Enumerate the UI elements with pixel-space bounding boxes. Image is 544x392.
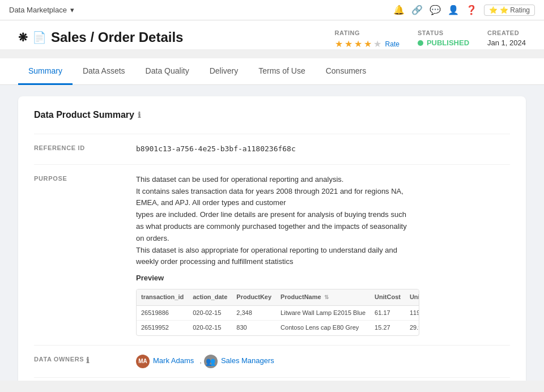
product-icon-2: 📄 [32, 31, 46, 44]
preview-label: Preview [136, 272, 510, 284]
avatar-group-sales: 👥 [204, 355, 218, 368]
star-icon: ⭐ [489, 6, 498, 14]
reference-id-label: REFERENCE ID [34, 143, 136, 155]
preview-table: transaction_id action_date ProductKey Pr… [136, 289, 419, 336]
share-icon[interactable]: 🔗 [411, 5, 423, 15]
header-meta: RATING ★ ★ ★ ★ ★ Rate STATUS PUBLISHED [335, 29, 526, 49]
reference-id-value: b8901c13-a756-4e25-b3bf-a1180236f68c [136, 143, 510, 155]
table-row: 26519886 020-02-15 2,348 Litware Wall La… [137, 305, 419, 321]
col-action-date: action_date [188, 289, 232, 305]
col-unit-cost: UnitCost [370, 289, 405, 305]
summary-card: Data Product Summary ℹ REFERENCE ID b890… [18, 96, 526, 381]
app-title-area: Data Marketplace ▾ [9, 6, 74, 14]
top-bar-actions: 🔔 🔗 💬 👤 ❓ ⭐ ⭐ Rating [393, 5, 535, 16]
purpose-text: This dataset can be used for operational… [136, 174, 510, 268]
help-icon[interactable]: ❓ [466, 5, 477, 15]
comment-icon[interactable]: 💬 [430, 5, 441, 15]
cell-action-date: 020-02-15 [188, 305, 232, 321]
star-1: ★ [335, 39, 343, 49]
tabs-bar: Summary Data Assets Data Quality Deliver… [0, 58, 544, 85]
cell-transaction-id: 26519952 [137, 321, 188, 335]
avatar-ma: MA [136, 355, 150, 368]
col-product-key: ProductKey [232, 289, 276, 305]
created-block: CREATED Jan 1, 2024 [487, 29, 526, 47]
cell-unit-cost: 15.27 [370, 321, 405, 335]
top-bar: Data Marketplace ▾ 🔔 🔗 💬 👤 ❓ ⭐ ⭐ Rating [0, 0, 544, 20]
card-title: Data Product Summary ℹ [34, 110, 510, 120]
rating-button[interactable]: ⭐ ⭐ Rating [484, 5, 535, 16]
rate-link[interactable]: Rate [385, 40, 400, 48]
cell-transaction-id: 26519886 [137, 305, 188, 321]
purpose-value: This dataset can be used for operational… [136, 174, 510, 336]
separator: , [199, 355, 202, 367]
data-owners-info-icon[interactable]: ℹ [86, 356, 90, 365]
owner-mark-adams: MA Mark Adams [136, 355, 194, 368]
main-content: Data Product Summary ℹ REFERENCE ID b890… [0, 85, 544, 381]
purpose-label: PURPOSE [34, 174, 136, 336]
user-icon[interactable]: 👤 [448, 5, 459, 15]
cell-unit-cost: 61.17 [370, 305, 405, 321]
card-info-icon[interactable]: ℹ [138, 110, 141, 120]
page-title: Sales / Order Details [51, 29, 183, 45]
data-owners-label: DATA OWNERS ℹ [34, 355, 136, 368]
header-section: ❋ 📄 Sales / Order Details RATING ★ ★ ★ ★… [0, 20, 544, 49]
cell-product-name: Contoso Lens cap E80 Grey [276, 321, 370, 335]
cell-product-name: Litware Wall Lamp E2015 Blue [276, 305, 370, 321]
tab-data-assets[interactable]: Data Assets [73, 58, 135, 85]
status-block: STATUS PUBLISHED [418, 29, 469, 47]
data-owners-row: DATA OWNERS ℹ MA Mark Adams , 👥 Sales Ma… [34, 345, 510, 377]
owner-name-sales-managers[interactable]: Sales Managers [221, 355, 274, 367]
purpose-row: PURPOSE This dataset can be used for ope… [34, 164, 510, 345]
col-transaction-id: transaction_id [137, 289, 188, 305]
reference-id-row: REFERENCE ID b8901c13-a756-4e25-b3bf-a11… [34, 134, 510, 164]
status-value: PUBLISHED [427, 39, 469, 47]
created-date: Jan 1, 2024 [487, 39, 526, 47]
status-label: STATUS [418, 29, 444, 36]
col-unit-price: UnitPrice [405, 289, 419, 305]
star-4: ★ [364, 39, 372, 49]
owners-row: MA Mark Adams , 👥 Sales Managers [136, 355, 510, 368]
cell-unit-price: 119.99 [405, 305, 419, 321]
rating-block: RATING ★ ★ ★ ★ ★ Rate [335, 29, 400, 49]
tab-data-quality[interactable]: Data Quality [135, 58, 199, 85]
tab-consumers[interactable]: Consumers [316, 58, 377, 85]
tab-terms-of-use[interactable]: Terms of Use [248, 58, 315, 85]
cell-action-date: 020-02-15 [188, 321, 232, 335]
app-title: Data Marketplace [9, 6, 67, 14]
tab-delivery[interactable]: Delivery [199, 58, 249, 85]
owner-name-mark-adams[interactable]: Mark Adams [153, 355, 194, 367]
header-top: ❋ 📄 Sales / Order Details RATING ★ ★ ★ ★… [18, 29, 526, 49]
cell-product-key: 830 [232, 321, 276, 335]
tab-summary[interactable]: Summary [18, 58, 73, 85]
notification-icon[interactable]: 🔔 [393, 5, 405, 15]
page-title-area: ❋ 📄 Sales / Order Details [18, 29, 183, 45]
created-label: CREATED [487, 29, 519, 36]
technical-owners-row: TECHNICAL OWNERS ℹ MA Mark Adams , KF Ky… [34, 377, 510, 381]
status-dot [418, 40, 423, 46]
stars-row: ★ ★ ★ ★ ★ Rate [335, 39, 400, 49]
col-product-name: ProductName ⇅ [276, 289, 370, 305]
star-3: ★ [354, 39, 362, 49]
star-5: ★ [373, 39, 381, 49]
data-owners-value: MA Mark Adams , 👥 Sales Managers [136, 355, 510, 368]
status-row: PUBLISHED [418, 39, 469, 47]
rating-label: RATING [335, 29, 360, 36]
star-2: ★ [345, 39, 352, 49]
rating-btn-label: ⭐ Rating [500, 6, 530, 14]
chevron-icon[interactable]: ▾ [70, 6, 74, 14]
cell-product-key: 2,348 [232, 305, 276, 321]
table-row: 26519952 020-02-15 830 Contoso Lens cap … [137, 321, 419, 335]
owner-sales-managers: 👥 Sales Managers [204, 355, 274, 368]
card-title-text: Data Product Summary [34, 110, 134, 120]
product-icon-1: ❋ [18, 31, 28, 44]
cell-unit-price: 29.95 [405, 321, 419, 335]
